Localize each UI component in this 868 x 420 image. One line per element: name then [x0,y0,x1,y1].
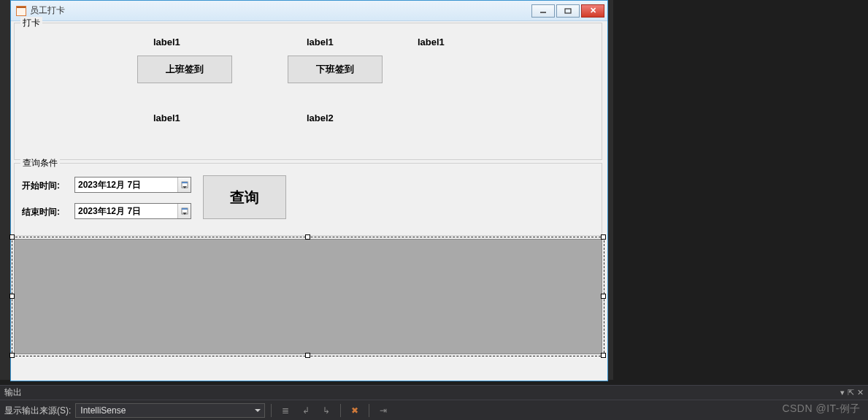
end-date-value: 2023年12月 7日 [75,205,177,218]
resize-handle[interactable] [601,294,606,299]
output-source-combo[interactable]: IntelliSense [75,403,265,418]
sign-in-button-label: 上班签到 [166,63,204,76]
minimize-button[interactable] [531,4,555,18]
form-client-area: 打卡 label1 label1 label1 上班签到 下班签到 label1… [11,21,607,381]
sign-out-button[interactable]: 下班签到 [288,56,383,83]
resize-handle[interactable] [9,234,15,240]
groupbox-query: 查询条件 开始时间: 2023年12月 7日 结束时间: 2023年12月 7日 [14,163,602,236]
close-button[interactable]: ✕ [581,4,604,18]
output-toolbar: 显示输出来源(S): IntelliSense ≣ ↲ ↳ ✖ ⇥ [0,400,868,420]
resize-handle[interactable] [9,294,15,299]
output-panel-title: 输出 [4,386,22,399]
toolbar-separator [271,404,272,417]
output-panel: 输出 ▾ ⇱ ✕ 显示输出来源(S): IntelliSense ≣ ↲ ↳ ✖… [0,385,868,420]
resize-handle[interactable] [305,353,310,358]
selection-outline [12,237,604,356]
dropdown-icon[interactable] [177,177,191,192]
resize-handle[interactable] [305,234,310,240]
sign-out-button-label: 下班签到 [316,63,354,76]
resize-handle[interactable] [601,353,606,358]
sign-in-button[interactable]: 上班签到 [137,56,232,83]
label-bottom-1: label1 [153,112,180,123]
label-top-1: label1 [153,37,180,47]
toolbar-btn-3[interactable]: ↳ [318,403,334,418]
end-time-label: 结束时间: [22,206,60,218]
query-button-label: 查询 [230,188,259,207]
close-panel-icon[interactable]: ✕ [857,388,864,397]
label-top-2: label1 [307,37,334,47]
toggle-wrap-icon[interactable]: ⇥ [375,403,391,418]
groupbox-punch-legend: 打卡 [20,17,42,29]
svg-rect-9 [182,208,188,210]
form-title: 员工打卡 [30,4,531,17]
dropdown-icon[interactable] [177,204,191,218]
start-date-picker[interactable]: 2023年12月 7日 [74,177,191,193]
resize-handle[interactable] [9,353,15,358]
output-source-label: 显示输出来源(S): [4,405,71,417]
designer-surface: 员工打卡 ✕ 打卡 label1 label1 label1 上班签到 下班签到… [0,0,613,380]
svg-rect-1 [17,8,26,15]
svg-rect-6 [182,182,188,183]
window-menu-icon[interactable]: ▾ [840,388,845,397]
form-icon [15,5,27,17]
groupbox-punch: 打卡 label1 label1 label1 上班签到 下班签到 label1… [14,23,602,160]
pin-icon[interactable]: ⇱ [848,388,854,397]
toolbar-btn-1[interactable]: ≣ [277,403,293,418]
resize-handle[interactable] [601,234,606,240]
clear-all-icon[interactable]: ✖ [347,403,363,418]
winform-window: 员工打卡 ✕ 打卡 label1 label1 label1 上班签到 下班签到… [10,0,608,381]
maximize-button[interactable] [556,4,580,18]
end-date-picker[interactable]: 2023年12月 7日 [74,203,191,219]
svg-rect-2 [17,7,26,8]
start-time-label: 开始时间: [22,180,60,192]
groupbox-query-legend: 查询条件 [20,157,60,169]
toolbar-btn-2[interactable]: ↲ [298,403,314,418]
svg-rect-4 [565,9,571,13]
titlebar[interactable]: 员工打卡 ✕ [11,1,607,21]
toolbar-separator [369,404,369,417]
label-top-3: label1 [418,37,445,47]
toolbar-separator [340,404,341,417]
start-date-value: 2023年12月 7日 [75,179,177,191]
label-bottom-2: label2 [307,112,334,123]
query-button[interactable]: 查询 [203,175,286,219]
output-panel-header[interactable]: 输出 ▾ ⇱ ✕ [0,386,868,400]
output-source-value: IntelliSense [80,405,126,416]
